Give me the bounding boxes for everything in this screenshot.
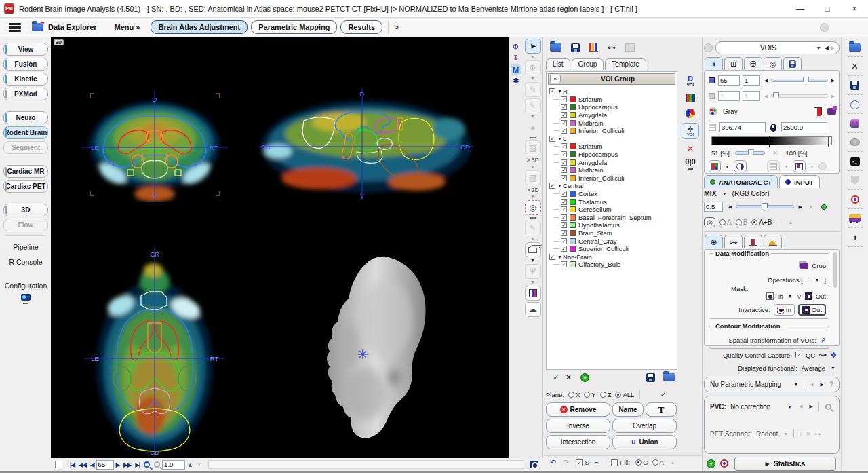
voi-label[interactable]: Inferior_Colliculi (578, 127, 625, 134)
sync-circle-icon[interactable] (818, 162, 827, 170)
pvc-next[interactable]: ▶ (810, 404, 813, 409)
mix-right-icon[interactable]: ▶ (798, 204, 802, 210)
pencil-tool[interactable]: ✎ (525, 82, 541, 97)
voi-checkbox[interactable]: ✓ (561, 128, 567, 134)
panes-tool[interactable] (525, 286, 541, 301)
histogram-equalize-button[interactable] (734, 160, 747, 172)
voi-group-name[interactable]: L (563, 135, 566, 143)
color-options-dropdown[interactable]: ▼ (725, 164, 730, 169)
tab-rotation[interactable]: ◎ (764, 57, 782, 70)
maximize-button[interactable]: □ (814, 0, 841, 17)
voi-label[interactable]: Cerebellum (578, 206, 612, 213)
console-icon[interactable]: >_ (850, 155, 860, 167)
resize-handle[interactable] (23, 303, 28, 304)
save-group-icon[interactable] (646, 373, 655, 382)
template-stamp-icon[interactable] (625, 43, 635, 52)
union-button[interactable]: ∪Union (612, 435, 677, 449)
pvc-prev[interactable]: ◀ (799, 404, 802, 409)
save-icon[interactable] (850, 79, 859, 91)
auto-2d-tool[interactable]: ▨ (525, 170, 541, 185)
auto-3d-dropdown[interactable]: ▼ (530, 164, 535, 169)
align-target-icon[interactable] (720, 459, 728, 468)
zoom-reset-button[interactable]: × (197, 461, 201, 468)
pvc-dropdown[interactable]: ▼ (787, 404, 792, 409)
wrench-dropdown[interactable]: ▼ (530, 76, 535, 81)
frame-step-input[interactable] (743, 91, 760, 101)
voi-color-swatch[interactable] (570, 120, 576, 126)
voi-tab-template[interactable]: Template (605, 58, 646, 70)
vois-prev-icon[interactable]: ◀ (825, 45, 829, 51)
3d-mode-chip[interactable]: 3D (54, 39, 64, 45)
voi-checkbox[interactable]: ✓ (561, 167, 567, 173)
voi-label[interactable]: Inferior_Colliculi (578, 174, 625, 182)
collapse-icon[interactable]: ▼ (557, 183, 562, 188)
voi-group-name[interactable]: R (563, 88, 568, 95)
label-2d[interactable]: > 2D (526, 187, 538, 193)
mix-collapse-icon[interactable]: ▲ (789, 220, 793, 225)
slice-right-icon[interactable]: ▶ (831, 78, 835, 83)
name-button[interactable]: Name (612, 402, 644, 417)
sidebar-item-fusion[interactable]: Fusion (3, 58, 48, 71)
resize-handle[interactable] (688, 168, 693, 170)
scanner-add-icon[interactable]: + (798, 430, 802, 438)
preset-circle-icon[interactable] (704, 43, 713, 52)
voi-color-swatch[interactable] (570, 143, 576, 149)
parametric-dropdown[interactable]: ▼ (793, 382, 798, 387)
link-button[interactable] (767, 160, 780, 172)
displayed-value[interactable]: Average (802, 364, 825, 372)
tab-target[interactable]: ⊕ (705, 235, 723, 248)
window-marker-icon[interactable] (770, 124, 776, 132)
tab-contrast[interactable]: ◑ (705, 57, 723, 70)
tab-brain-atlas-adjustment[interactable]: Brain Atlas Adjustment (151, 20, 248, 34)
more-tabs-button[interactable]: > (394, 23, 398, 31)
show-voi-checkbox[interactable]: ✓ (576, 459, 583, 466)
fill-checkbox[interactable] (611, 459, 618, 466)
voi-label[interactable]: Brain_Stem (578, 229, 612, 237)
qc-checkbox[interactable]: ✓ (795, 352, 802, 358)
slice-slider[interactable] (771, 79, 827, 82)
isocontour-tool[interactable]: ◎ (525, 200, 541, 215)
zoom-up-button[interactable]: ▲ (187, 461, 193, 468)
voi-label[interactable]: Cortex (578, 190, 597, 197)
slice-step-input[interactable] (743, 75, 760, 86)
frame-number-input[interactable] (96, 460, 114, 470)
thin-lines-icon[interactable]: − (595, 459, 599, 466)
vehicle-icon[interactable] (849, 212, 861, 224)
sidebar-item-pipeline[interactable]: Pipeline (3, 240, 48, 253)
pie-chart-icon[interactable] (686, 109, 695, 118)
auto-2d-dropdown[interactable]: ▼ (530, 194, 535, 199)
mask-in-icon[interactable] (766, 292, 774, 300)
voi-checkbox[interactable]: ✓ (561, 230, 567, 236)
remove-button[interactable]: ✕Remove (546, 402, 610, 417)
tab-results[interactable]: Results (340, 20, 382, 34)
voi-color-swatch[interactable] (570, 199, 576, 205)
label-map-icon[interactable] (686, 94, 695, 102)
prev-frame-button[interactable]: ◀ (90, 461, 94, 468)
save-voi-icon[interactable] (571, 43, 580, 52)
voi-label[interactable]: Midbrain (578, 166, 603, 174)
voi-tab-group[interactable]: Group (572, 58, 604, 70)
group-menu-button[interactable]: » (550, 75, 561, 83)
sidebar-item-rodent-brain[interactable]: Rodent Brain (3, 126, 48, 139)
voi-checkbox[interactable]: ✓ (561, 112, 567, 118)
statistics-button[interactable]: ▶Statistics (734, 457, 836, 471)
image-viewer[interactable]: 3D (51, 37, 509, 458)
voi-label[interactable]: Hippocampus (578, 103, 618, 111)
voi-checkbox[interactable]: ✓ (561, 159, 567, 166)
minimize-button[interactable]: — (787, 0, 814, 17)
mask-out-icon[interactable] (805, 292, 812, 300)
group-checkbox[interactable]: ✓ (549, 136, 555, 142)
voi-color-swatch[interactable] (570, 151, 576, 157)
sidebar-item-neuro[interactable]: Neuro (3, 111, 48, 124)
mix-dropdown-icon[interactable]: ▼ (722, 191, 727, 196)
sidebar-item-kinetic[interactable]: Kinetic (3, 73, 48, 86)
capture-icon[interactable]: ↧ (511, 53, 521, 63)
phase-icon[interactable]: ⊖ (511, 41, 521, 52)
voi-color-swatch[interactable] (570, 222, 576, 228)
crop-label[interactable]: Crop (812, 262, 826, 269)
next-frame-button[interactable]: ▶ (116, 461, 120, 468)
auto-3d-tool[interactable]: ▧ (525, 140, 541, 155)
operations-plus-icon[interactable]: + (806, 276, 810, 284)
fill-all-radio[interactable] (652, 459, 658, 466)
sidebar-item-cardiac-mr[interactable]: Cardiac MR (3, 165, 48, 178)
